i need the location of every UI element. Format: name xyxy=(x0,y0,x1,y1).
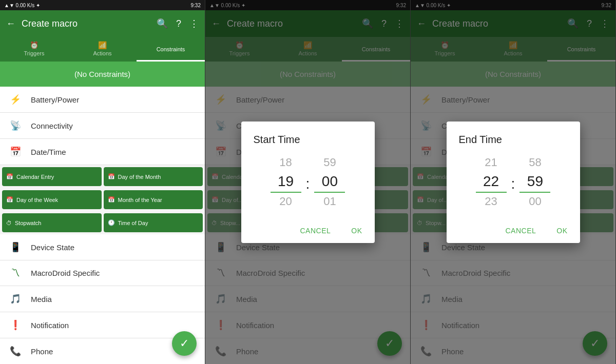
start-time-actions: CANCEL OK xyxy=(241,218,375,243)
datetime-label-1: Date/Time xyxy=(31,148,66,156)
list-item-media-1[interactable]: 🎵 Media xyxy=(0,286,205,312)
end-hour-column: 21 22 23 xyxy=(473,154,509,210)
phone-label-1: Phone xyxy=(31,347,53,356)
back-button-1[interactable]: ← xyxy=(6,18,15,29)
more-icon-1[interactable]: ⋮ xyxy=(189,18,199,29)
end-time-title: End Time xyxy=(447,134,580,154)
end-hour-above[interactable]: 21 xyxy=(485,154,497,171)
phone-panel-3: ▲▼ 0.00 K/s ✦ 9:32 ← Create macro 🔍 ? ⋮ … xyxy=(411,0,616,364)
time-1: 9:32 xyxy=(191,3,201,8)
phone-icon-1: 📞 xyxy=(8,346,23,357)
start-min-current[interactable]: 00 xyxy=(314,171,345,193)
start-min-column: 59 00 01 xyxy=(312,154,348,210)
no-constraints-1: (No Constraints) xyxy=(0,62,205,87)
start-hour-column: 18 19 20 xyxy=(268,154,304,210)
tab-triggers-1[interactable]: ⏰ Triggers xyxy=(0,37,68,62)
tab-triggers-icon-1: ⏰ xyxy=(30,41,38,49)
list-item-datetime-1[interactable]: 📅 Date/Time xyxy=(0,139,205,165)
stopwatch-label-1: Stopwatch xyxy=(15,220,41,226)
day-of-month-label-1: Day of the Month xyxy=(118,174,161,180)
stopwatch-time-row-1: ⏱ Stopwatch 🕐 Time of Day xyxy=(0,211,205,234)
tab-triggers-label-1: Triggers xyxy=(24,50,45,56)
device-state-icon-1: 📱 xyxy=(8,241,23,253)
end-min-above[interactable]: 58 xyxy=(529,154,541,171)
start-time-picker: 18 19 20 : 59 00 01 xyxy=(241,154,375,218)
month-of-year-label-1: Month of the Year xyxy=(118,197,162,203)
end-min-below[interactable]: 00 xyxy=(529,193,541,210)
day-of-week-label-1: Day of the Week xyxy=(16,197,58,203)
end-time-cancel-btn[interactable]: CANCEL xyxy=(497,223,544,239)
month-of-year-icon-1: 📅 xyxy=(108,196,115,203)
start-hour-current[interactable]: 19 xyxy=(271,171,301,193)
week-month-row-1: 📅 Day of the Week 📅 Month of the Year xyxy=(0,188,205,211)
tab-actions-label-1: Actions xyxy=(93,50,111,56)
end-hour-below[interactable]: 23 xyxy=(485,193,497,210)
calendar-entry-icon-1: 📅 xyxy=(6,173,13,180)
calendar-entry-btn-1[interactable]: 📅 Calendar Entry xyxy=(2,167,102,186)
end-hour-current[interactable]: 22 xyxy=(476,171,507,193)
start-min-below[interactable]: 01 xyxy=(323,193,336,210)
start-min-above[interactable]: 59 xyxy=(323,154,336,171)
macrodroid-label-1: MacroDroid Specific xyxy=(31,269,100,277)
media-label-1: Media xyxy=(31,295,52,304)
stopwatch-icon-1: ⏱ xyxy=(6,220,12,226)
fab-1[interactable]: ✓ xyxy=(172,331,197,356)
app-bar-1: ← Create macro 🔍 ? ⋮ xyxy=(0,10,205,37)
tab-actions-1[interactable]: 📶 Actions xyxy=(68,37,137,62)
start-hour-below[interactable]: 20 xyxy=(279,193,292,210)
notification-label-1: Notification xyxy=(31,321,69,330)
start-time-ok-btn[interactable]: OK xyxy=(343,223,370,239)
tab-constraints-label-1: Constraints xyxy=(157,46,185,52)
notification-icon-1: ❗ xyxy=(8,319,23,331)
time-of-day-btn-1[interactable]: 🕐 Time of Day xyxy=(104,213,203,232)
phone-panel-2: ▲▼ 0.00 K/s ✦ 9:32 ← Create macro 🔍 ? ⋮ … xyxy=(205,0,411,364)
start-time-title: Start Time xyxy=(241,134,375,154)
list-item-connectivity-1[interactable]: 📡 Connectivity xyxy=(0,113,205,139)
media-icon-1: 🎵 xyxy=(8,293,23,305)
start-time-dialog: Start Time 18 19 20 : 59 00 01 CANCEL OK xyxy=(241,122,375,243)
time-colon-start: : xyxy=(304,176,312,192)
status-left-1: ▲▼ 0.00 K/s ✦ xyxy=(4,3,40,8)
day-of-week-btn-1[interactable]: 📅 Day of the Week xyxy=(2,190,102,209)
dialog-overlay-2: Start Time 18 19 20 : 59 00 01 CANCEL OK xyxy=(205,0,410,364)
day-of-month-btn-1[interactable]: 📅 Day of the Month xyxy=(104,167,203,186)
calendar-entry-label-1: Calendar Entry xyxy=(16,174,54,180)
time-of-day-label-1: Time of Day xyxy=(118,220,148,226)
help-icon-1[interactable]: ? xyxy=(176,18,181,29)
list-item-device-state-1[interactable]: 📱 Device State xyxy=(0,234,205,260)
day-of-month-icon-1: 📅 xyxy=(108,173,115,180)
battery-label-1: Battery/Power xyxy=(31,95,79,104)
end-min-column: 58 59 00 xyxy=(517,154,553,210)
end-time-dialog: End Time 21 22 23 : 58 59 00 CANCEL OK xyxy=(447,122,580,243)
date-buttons-row-1: 📅 Calendar Entry 📅 Day of the Month xyxy=(0,165,205,188)
content-list-1: ⚡ Battery/Power 📡 Connectivity 📅 Date/Ti… xyxy=(0,87,205,364)
datetime-icon-1: 📅 xyxy=(8,146,23,157)
start-hour-above[interactable]: 18 xyxy=(279,154,292,171)
stopwatch-btn-1[interactable]: ⏱ Stopwatch xyxy=(2,213,102,232)
end-time-picker: 21 22 23 : 58 59 00 xyxy=(447,154,580,218)
time-of-day-icon-1: 🕐 xyxy=(108,219,115,226)
connectivity-icon-1: 📡 xyxy=(8,120,23,131)
signal-icons-1: ▲▼ 0.00 K/s ✦ xyxy=(4,3,40,8)
app-bar-actions-1: 🔍 ? ⋮ xyxy=(157,18,199,29)
device-state-label-1: Device State xyxy=(31,243,74,252)
list-item-notification-1[interactable]: ❗ Notification xyxy=(0,312,205,338)
app-title-1: Create macro xyxy=(22,18,157,29)
end-time-ok-btn[interactable]: OK xyxy=(548,223,575,239)
macrodroid-icon-1: 〽 xyxy=(8,268,23,278)
connectivity-label-1: Connectivity xyxy=(31,122,73,130)
tab-actions-icon-1: 📶 xyxy=(98,41,107,49)
battery-icon-1: ⚡ xyxy=(8,94,23,105)
status-bar-1: ▲▼ 0.00 K/s ✦ 9:32 xyxy=(0,0,205,10)
tab-constraints-1[interactable]: Constraints xyxy=(137,37,205,62)
phone-panel-1: ▲▼ 0.00 K/s ✦ 9:32 ← Create macro 🔍 ? ⋮ … xyxy=(0,0,205,364)
list-item-macrodroid-1[interactable]: 〽 MacroDroid Specific xyxy=(0,260,205,286)
status-right-1: 9:32 xyxy=(191,3,201,8)
end-min-current[interactable]: 59 xyxy=(519,171,550,193)
month-of-year-btn-1[interactable]: 📅 Month of the Year xyxy=(104,190,203,209)
start-time-cancel-btn[interactable]: CANCEL xyxy=(292,223,339,239)
dialog-overlay-3: End Time 21 22 23 : 58 59 00 CANCEL OK xyxy=(411,0,615,364)
tabs-1: ⏰ Triggers 📶 Actions Constraints xyxy=(0,37,205,62)
search-icon-1[interactable]: 🔍 xyxy=(157,18,168,29)
list-item-battery-1[interactable]: ⚡ Battery/Power xyxy=(0,87,205,113)
